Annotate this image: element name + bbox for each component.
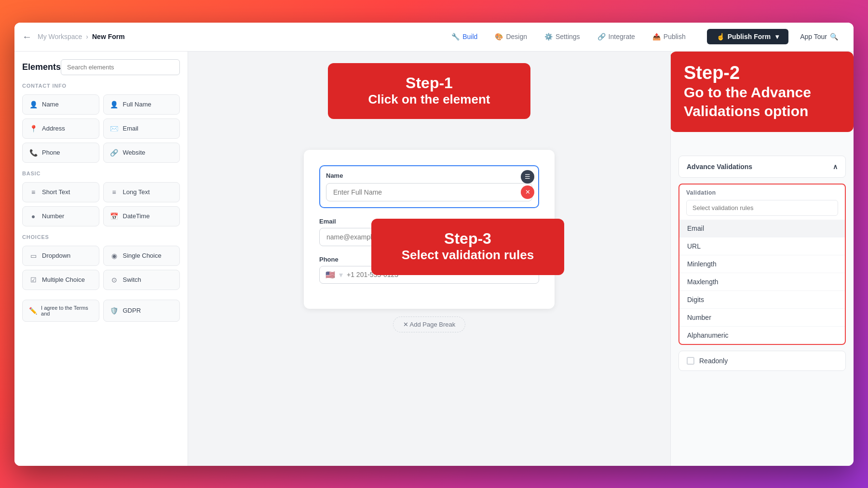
advance-validations-header[interactable]: Advance Validations ∧ xyxy=(678,156,846,178)
settings-icon: ⚙️ xyxy=(544,33,553,40)
gdpr-icon: 🛡️ xyxy=(109,306,119,316)
app-tour-button[interactable]: App Tour 🔍 xyxy=(792,29,846,44)
validation-options-list: Email URL Minlength Maxlength Digits Num… xyxy=(679,220,845,344)
workspace-label: My Workspace xyxy=(38,33,82,40)
nav-publish[interactable]: 📤 Publish xyxy=(645,29,693,44)
nav-design[interactable]: 🎨 Design xyxy=(487,29,535,44)
chevron-up-icon: ∧ xyxy=(833,163,838,171)
main-content: Elements CONTACT INFO 👤Name 👤Full Name 📍… xyxy=(14,52,854,466)
element-long-text[interactable]: ≡Long Text xyxy=(103,182,180,202)
step-3-number: Step-3 xyxy=(387,230,549,247)
agree-terms-icon: ✏️ xyxy=(28,306,37,316)
section-basic: BASIC xyxy=(22,171,180,176)
name-field-label: Name xyxy=(326,172,532,179)
nav-build-label: Build xyxy=(462,33,477,40)
multiple-choice-icon: ☑ xyxy=(28,275,38,285)
element-single-choice[interactable]: ◉Single Choice xyxy=(103,246,180,266)
phone-flag: 🇺🇸 xyxy=(326,270,335,279)
basic-grid: ≡Short Text ≡Long Text ●Number 📅DateTime xyxy=(22,182,180,226)
dropdown-arrow-icon: ▾ xyxy=(775,33,779,40)
website-icon: 🔗 xyxy=(109,148,119,158)
other-grid: ✏️I agree to the Terms and 🛡️GDPR xyxy=(22,300,180,322)
element-short-text[interactable]: ≡Short Text xyxy=(22,182,99,202)
readonly-row: Readonly xyxy=(678,351,846,371)
name-field-input[interactable] xyxy=(326,183,532,201)
email-icon: ✉️ xyxy=(109,124,119,133)
validation-option-alphanumeric[interactable]: Alphanumeric xyxy=(679,326,845,344)
build-icon: 🔧 xyxy=(451,33,460,40)
validation-option-minlength[interactable]: Minlength xyxy=(679,255,845,273)
breadcrumb: My Workspace › New Form xyxy=(38,33,125,40)
element-website[interactable]: 🔗Website xyxy=(103,143,180,163)
field-delete-button[interactable]: ✕ xyxy=(521,185,534,199)
element-address[interactable]: 📍Address xyxy=(22,119,99,139)
back-button[interactable]: ← xyxy=(22,31,32,42)
validation-option-digits[interactable]: Digits xyxy=(679,290,845,308)
publish-form-button[interactable]: ☝️ Publish Form ▾ xyxy=(707,29,788,44)
validation-option-number[interactable]: Number xyxy=(679,308,845,326)
step-1-description: Click on the element xyxy=(343,92,515,108)
choices-grid: ▭Dropdown ◉Single Choice ☑Multiple Choic… xyxy=(22,246,180,290)
step-1-overlay: Step-1 Click on the element xyxy=(328,63,530,119)
long-text-icon: ≡ xyxy=(109,187,119,197)
element-phone[interactable]: 📞Phone xyxy=(22,143,99,163)
number-icon: ● xyxy=(28,211,38,221)
integrate-icon: 🔗 xyxy=(597,33,606,40)
element-name[interactable]: 👤Name xyxy=(22,94,99,115)
element-email[interactable]: ✉️Email xyxy=(103,119,180,139)
element-datetime[interactable]: 📅DateTime xyxy=(103,206,180,226)
step-1-number: Step-1 xyxy=(343,75,515,92)
full-name-icon: 👤 xyxy=(109,100,119,109)
nav-publish-label: Publish xyxy=(664,33,686,40)
switch-icon: ⊙ xyxy=(109,275,119,285)
validation-dropdown-box: Validation Email URL Minlength Maxlength… xyxy=(678,184,846,345)
breadcrumb-separator: › xyxy=(86,33,88,40)
nav-build[interactable]: 🔧 Build xyxy=(444,29,485,44)
field-action-icons: ☰ ✕ xyxy=(521,170,534,199)
validation-option-email[interactable]: Email xyxy=(679,220,845,237)
step-3-description: Select validation rules xyxy=(387,247,549,264)
sidebar-title: Elements xyxy=(22,62,61,72)
step-2-overlay: Step-2 Go to the Advance Validations opt… xyxy=(670,52,854,132)
canvas-wrapper: Step-1 Click on the element Name ☰ ✕ xyxy=(200,63,659,332)
right-panel: Step-2 Go to the Advance Validations opt… xyxy=(670,52,854,466)
validation-search-input[interactable] xyxy=(686,200,838,216)
header: ← My Workspace › New Form 🔧 Build 🎨 Desi… xyxy=(14,23,854,52)
publish-form-label: Publish Form xyxy=(728,33,771,40)
validation-section-label: Validation xyxy=(679,185,845,198)
nav-settings[interactable]: ⚙️ Settings xyxy=(537,29,588,44)
form-canvas: Step-1 Click on the element Name ☰ ✕ xyxy=(188,52,670,466)
readonly-label: Readonly xyxy=(699,357,728,365)
publish-icon: 📤 xyxy=(652,33,661,40)
nav-integrate[interactable]: 🔗 Integrate xyxy=(590,29,643,44)
name-icon: 👤 xyxy=(28,100,38,109)
element-agree-terms[interactable]: ✏️I agree to the Terms and xyxy=(22,300,99,322)
name-field-wrapper: Name ☰ ✕ xyxy=(319,165,539,208)
short-text-icon: ≡ xyxy=(28,187,38,197)
nav-integrate-label: Integrate xyxy=(609,33,635,40)
readonly-checkbox[interactable] xyxy=(687,357,694,365)
nav-settings-label: Settings xyxy=(556,33,580,40)
step-3-overlay: Step-3 Select validation rules xyxy=(371,219,564,275)
field-menu-button[interactable]: ☰ xyxy=(521,170,534,184)
element-multiple-choice[interactable]: ☑Multiple Choice xyxy=(22,270,99,290)
search-input[interactable] xyxy=(61,59,180,75)
section-choices: CHOICES xyxy=(22,234,180,240)
element-gdpr[interactable]: 🛡️GDPR xyxy=(103,300,180,322)
sidebar: Elements CONTACT INFO 👤Name 👤Full Name 📍… xyxy=(14,52,188,466)
add-page-break-button[interactable]: ✕ Add Page Break xyxy=(393,317,466,332)
search-icon: 🔍 xyxy=(830,33,838,40)
element-number[interactable]: ●Number xyxy=(22,206,99,226)
element-switch[interactable]: ⊙Switch xyxy=(103,270,180,290)
header-actions: ☝️ Publish Form ▾ App Tour 🔍 xyxy=(707,29,846,44)
app-window: ← My Workspace › New Form 🔧 Build 🎨 Desi… xyxy=(14,23,854,466)
element-full-name[interactable]: 👤Full Name xyxy=(103,94,180,115)
nav-design-label: Design xyxy=(506,33,527,40)
validation-option-maxlength[interactable]: Maxlength xyxy=(679,273,845,290)
form-name: New Form xyxy=(92,33,125,40)
validation-option-url[interactable]: URL xyxy=(679,237,845,255)
element-dropdown[interactable]: ▭Dropdown xyxy=(22,246,99,266)
phone-icon: 📞 xyxy=(28,148,38,158)
contact-info-grid: 👤Name 👤Full Name 📍Address ✉️Email 📞Phone… xyxy=(22,94,180,163)
single-choice-icon: ◉ xyxy=(109,251,119,261)
